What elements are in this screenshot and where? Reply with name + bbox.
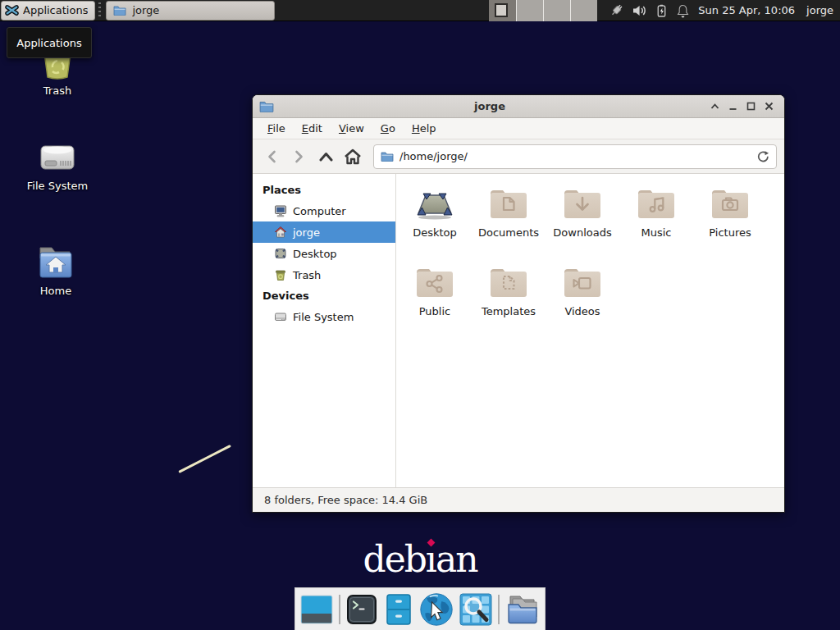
clock[interactable]: Sun 25 Apr, 10:06 bbox=[698, 4, 795, 16]
applications-menu-button[interactable]: Applications bbox=[1, 1, 95, 21]
maximize-button[interactable] bbox=[742, 98, 760, 116]
shade-button[interactable] bbox=[705, 98, 724, 116]
terminal-icon bbox=[346, 594, 377, 625]
music-folder-icon bbox=[637, 184, 676, 223]
system-tray bbox=[609, 2, 690, 18]
folder-icon bbox=[381, 151, 394, 162]
documents-folder-icon bbox=[489, 184, 528, 223]
menu-help[interactable]: Help bbox=[404, 119, 445, 138]
menu-go[interactable]: Go bbox=[372, 119, 404, 138]
session-user-button[interactable]: jorge bbox=[806, 4, 833, 16]
file-item-label: Documents bbox=[478, 226, 539, 239]
battery-icon[interactable] bbox=[655, 3, 669, 18]
terminal-launcher[interactable] bbox=[346, 592, 377, 627]
sidebar-header-places: Places bbox=[253, 180, 395, 200]
sidebar-item-desktop[interactable]: Desktop bbox=[253, 243, 395, 264]
statusbar: 8 folders, Free space: 14.4 GiB bbox=[253, 487, 784, 512]
home-button[interactable] bbox=[341, 145, 364, 168]
dock-separator bbox=[339, 595, 340, 624]
workspace-4[interactable] bbox=[570, 0, 597, 21]
volume-icon[interactable] bbox=[632, 4, 647, 17]
show-desktop-launcher[interactable] bbox=[300, 592, 333, 627]
window-title: jorge bbox=[274, 100, 705, 112]
up-button[interactable] bbox=[314, 145, 337, 168]
file-item-label: Templates bbox=[482, 305, 536, 317]
desktop-icon-label: Trash bbox=[43, 84, 71, 97]
app-finder-launcher[interactable] bbox=[459, 592, 492, 627]
file-item-videos[interactable]: Videos bbox=[546, 262, 619, 341]
drive-icon bbox=[274, 310, 287, 323]
sidebar-item-trash[interactable]: Trash bbox=[253, 264, 395, 285]
shade-icon bbox=[710, 103, 719, 111]
file-item-documents[interactable]: Documents bbox=[472, 184, 546, 262]
taskbar-window-button[interactable]: jorge bbox=[106, 1, 275, 21]
workspace-1[interactable] bbox=[489, 0, 516, 21]
file-item-label: Videos bbox=[564, 305, 600, 317]
chevron-left-icon bbox=[267, 150, 276, 163]
file-manager-launcher[interactable] bbox=[505, 592, 540, 627]
desktop-icon bbox=[274, 247, 287, 260]
sidebar-item-file-system[interactable]: File System bbox=[253, 306, 395, 327]
applications-menu-label: Applications bbox=[23, 4, 88, 16]
taskbar-window-label: jorge bbox=[132, 4, 159, 16]
home-icon bbox=[344, 148, 362, 165]
pictures-folder-icon bbox=[710, 184, 750, 223]
web-browser-globe-icon bbox=[419, 591, 454, 628]
file-item-pictures[interactable]: Pictures bbox=[693, 184, 767, 262]
desktop-icon-file-system[interactable]: File System bbox=[18, 136, 97, 192]
file-item-templates[interactable]: Templates bbox=[472, 262, 546, 341]
public-folder-icon bbox=[415, 262, 454, 302]
desktop-icon-label: Home bbox=[40, 285, 71, 297]
minimize-button[interactable] bbox=[724, 98, 742, 116]
close-icon bbox=[765, 102, 774, 111]
hard-drive-icon bbox=[37, 136, 78, 177]
network-icon[interactable] bbox=[609, 2, 625, 18]
workspace-switcher bbox=[489, 0, 597, 21]
desktop-mat-icon bbox=[415, 184, 454, 223]
app-finder-icon bbox=[459, 593, 492, 626]
dock-separator bbox=[498, 595, 500, 624]
applications-tooltip: Applications bbox=[7, 27, 92, 58]
menu-file[interactable]: File bbox=[259, 119, 294, 138]
sidebar-item-label: Computer bbox=[293, 205, 346, 217]
window-titlebar[interactable]: jorge bbox=[253, 95, 784, 118]
tooltip-text: Applications bbox=[16, 37, 81, 49]
desktop[interactable]: Applications jorge bbox=[0, 0, 840, 630]
workspace-3[interactable] bbox=[543, 0, 570, 21]
top-panel: Applications jorge bbox=[0, 0, 840, 21]
workspace-2[interactable] bbox=[516, 0, 543, 21]
sidebar-header-devices: Devices bbox=[253, 285, 395, 306]
menu-view[interactable]: View bbox=[331, 119, 372, 138]
file-item-label: Pictures bbox=[709, 226, 751, 239]
path-text: /home/jorge/ bbox=[399, 150, 757, 162]
templates-folder-icon bbox=[489, 262, 528, 302]
path-bar[interactable]: /home/jorge/ bbox=[373, 144, 777, 169]
debian-logo-text: an bbox=[436, 538, 477, 580]
statusbar-text: 8 folders, Free space: 14.4 GiB bbox=[264, 494, 427, 506]
back-button[interactable] bbox=[260, 145, 283, 168]
notifications-bell-icon[interactable] bbox=[676, 3, 690, 18]
sidebar-item-computer[interactable]: Computer bbox=[253, 200, 395, 221]
chevron-right-icon bbox=[294, 150, 304, 163]
file-item-label: Public bbox=[419, 305, 450, 317]
panel-separator-handle[interactable] bbox=[97, 2, 103, 19]
forward-button[interactable] bbox=[287, 145, 310, 168]
cursor-trail-artifact bbox=[178, 445, 231, 473]
launcher-dock bbox=[294, 587, 546, 630]
desktop-icon-home[interactable]: Home bbox=[16, 243, 95, 297]
file-item-public[interactable]: Public bbox=[398, 262, 472, 341]
file-item-desktop[interactable]: Desktop bbox=[398, 184, 472, 262]
file-item-music[interactable]: Music bbox=[619, 184, 693, 262]
arrow-up-icon bbox=[319, 152, 333, 162]
reload-icon[interactable] bbox=[757, 150, 769, 163]
home-icon bbox=[274, 226, 287, 239]
window-menu-folder-icon[interactable] bbox=[259, 100, 274, 112]
sidebar-item-jorge[interactable]: jorge bbox=[253, 221, 395, 243]
file-manager-window: jorge File Edit View Go Help bbox=[252, 94, 785, 513]
file-cabinet-launcher[interactable] bbox=[383, 592, 413, 627]
close-button[interactable] bbox=[760, 98, 778, 116]
workspace-window-preview bbox=[495, 3, 508, 17]
web-browser-launcher[interactable] bbox=[419, 592, 454, 627]
file-item-downloads[interactable]: Downloads bbox=[546, 184, 619, 262]
menu-edit[interactable]: Edit bbox=[294, 119, 331, 138]
